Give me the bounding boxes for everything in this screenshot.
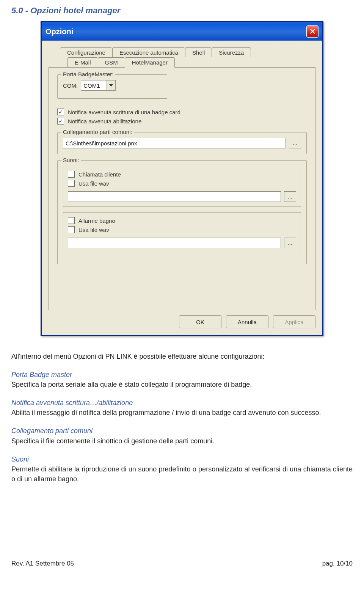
- path-input[interactable]: C:\Sinthesi\impostazioni.pnx: [63, 138, 286, 148]
- group-suoni: Suoni: Chiamata cliente Usa file wav: [57, 160, 307, 264]
- subheading: Porta Badge master: [11, 371, 72, 378]
- apply-button[interactable]: Applica: [273, 315, 315, 328]
- group-collegamento-parti-comuni: Collegamento parti comuni: C:\Sinthesi\i…: [57, 132, 307, 154]
- checkbox-allarme-bagno[interactable]: Allarme bagno: [68, 217, 115, 224]
- options-dialog: Opzioni ✕ Configurazione Esecuzione auto…: [41, 21, 323, 336]
- cancel-button[interactable]: Annulla: [226, 315, 268, 328]
- com-label: COM:: [63, 82, 78, 89]
- chevron-down-icon: [107, 80, 115, 90]
- para-collegamento: Collegamento parti comuni Specifica il f…: [11, 426, 353, 446]
- para-text: Permette di abilitare la riproduzione di…: [11, 465, 353, 483]
- page-footer: Rev. A1 Settembre 05 pag. 10/10: [11, 560, 353, 567]
- tab-gsm[interactable]: GSM: [98, 57, 125, 67]
- browse-button[interactable]: ...: [289, 138, 301, 148]
- checkbox-usa-wav-1[interactable]: Usa file wav: [68, 180, 109, 187]
- com-dropdown[interactable]: COM1: [81, 80, 116, 91]
- browse-button[interactable]: ...: [284, 238, 296, 248]
- group-porta-badgemaster: Porta BadgeMaster: COM: COM1: [57, 74, 167, 99]
- ok-button[interactable]: OK: [179, 315, 221, 328]
- checkbox-label: Notifica avvenuta abilitazione: [68, 118, 141, 124]
- dialog-body: Configurazione Esecuzione automatica She…: [42, 41, 322, 335]
- tab-sicurezza[interactable]: Sicurezza: [212, 47, 251, 57]
- tab-configurazione[interactable]: Configurazione: [60, 47, 112, 57]
- sound-block-chiamata-cliente: Chiamata cliente Usa file wav ...: [63, 166, 301, 207]
- checkbox-notifica-scrittura[interactable]: ✓ Notifica avvenuta scrittura di una bad…: [57, 109, 180, 115]
- checkbox-chiamata-cliente[interactable]: Chiamata cliente: [68, 171, 121, 178]
- checkbox-label: Usa file wav: [78, 180, 109, 187]
- checkbox-label: Usa file wav: [78, 227, 109, 233]
- checkbox-notifica-abilitazione[interactable]: ✓ Notifica avvenuta abilitazione: [57, 118, 141, 124]
- titlebar: Opzioni ✕: [42, 22, 322, 41]
- tab-shell[interactable]: Shell: [185, 47, 212, 57]
- dialog-screenshot: Opzioni ✕ Configurazione Esecuzione auto…: [11, 21, 353, 336]
- body-text: All'interno del menù Opzioni di PN LINK …: [11, 351, 353, 484]
- tab-email[interactable]: E-Mail: [67, 57, 98, 67]
- group-legend: Collegamento parti comuni:: [61, 129, 134, 135]
- para-notifica: Notifica avvenuta scrittura…/abilitazion…: [11, 398, 353, 418]
- para-text: Specifica il file contenente il sinottic…: [11, 437, 214, 445]
- tab-panel-hotelmanager: Porta BadgeMaster: COM: COM1: [49, 67, 315, 310]
- checkbox-label: Chiamata cliente: [78, 171, 121, 178]
- tab-esecuzione-automatica[interactable]: Esecuzione automatica: [112, 47, 185, 57]
- checkbox-icon: [68, 180, 75, 187]
- close-button[interactable]: ✕: [306, 25, 318, 38]
- intro-paragraph: All'interno del menù Opzioni di PN LINK …: [11, 351, 353, 361]
- para-suoni: Suoni Permette di abilitare la riproduzi…: [11, 454, 353, 484]
- checkbox-icon: [68, 226, 75, 233]
- subheading: Suoni: [11, 455, 29, 463]
- group-legend: Suoni:: [61, 157, 81, 163]
- com-value: COM1: [81, 82, 107, 89]
- group-legend: Porta BadgeMaster:: [61, 71, 115, 77]
- subheading: Notifica avvenuta scrittura…/abilitazion…: [11, 399, 133, 407]
- checkbox-label: Notifica avvenuta scrittura di una badge…: [68, 109, 180, 115]
- checkbox-icon: [68, 217, 75, 224]
- checkbox-usa-wav-2[interactable]: Usa file wav: [68, 226, 109, 233]
- tabs: Configurazione Esecuzione automatica She…: [49, 47, 315, 310]
- check-icon: ✓: [57, 118, 64, 124]
- para-text: Abilita il messaggio di notifica della p…: [11, 409, 321, 416]
- browse-button[interactable]: ...: [284, 191, 296, 202]
- tab-hotelmanager[interactable]: HotelManager: [125, 57, 175, 68]
- wav-path-input-2[interactable]: [68, 238, 281, 248]
- check-icon: ✓: [57, 109, 64, 115]
- close-icon: ✕: [309, 28, 316, 35]
- checkbox-icon: [68, 171, 75, 178]
- tab-row-1: Configurazione Esecuzione automatica She…: [49, 47, 315, 57]
- footer-left: Rev. A1 Settembre 05: [11, 560, 74, 567]
- wav-path-input-1[interactable]: [68, 191, 281, 202]
- subheading: Collegamento parti comuni: [11, 427, 93, 435]
- tab-row-2: E-Mail GSM HotelManager: [49, 57, 315, 67]
- checkbox-label: Allarme bagno: [78, 217, 115, 224]
- dialog-button-row: OK Annulla Applica: [49, 315, 315, 328]
- footer-right: pag. 10/10: [322, 560, 353, 567]
- para-porta-badge: Porta Badge master Specifica la porta se…: [11, 370, 353, 389]
- section-heading: 5.0 - Opzioni hotel manager: [11, 6, 353, 16]
- para-text: Specifica la porta seriale alla quale è …: [11, 381, 252, 388]
- window-title: Opzioni: [46, 27, 73, 36]
- sound-block-allarme-bagno: Allarme bagno Usa file wav ...: [63, 212, 301, 253]
